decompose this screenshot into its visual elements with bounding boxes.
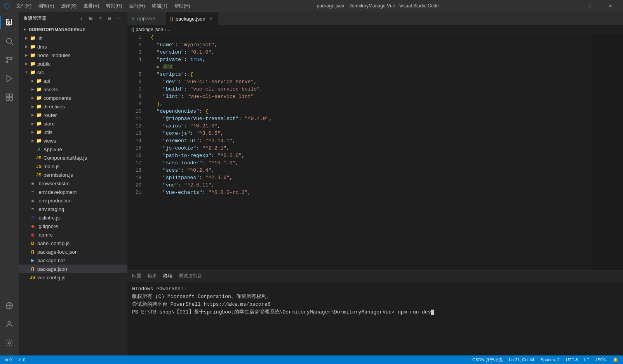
folder-arrow-icon: ▶ bbox=[30, 78, 36, 84]
svg-rect-3 bbox=[11, 19, 12, 25]
menu-goto[interactable]: 转到(G) bbox=[103, 2, 125, 10]
file-icon-vue: V bbox=[36, 146, 42, 152]
sidebar-header: 资源管理器 + ⊞ ↺ ⊟ ··· bbox=[19, 12, 127, 25]
status-notifications[interactable]: 🔔 bbox=[611, 357, 620, 362]
sidebar: 资源管理器 + ⊞ ↺ ⊟ ··· ▼DORMITORYMANAGERVUE ▶… bbox=[19, 12, 127, 355]
activity-account[interactable] bbox=[0, 315, 19, 334]
tree-item-dms[interactable]: ▶ 📁 dms bbox=[19, 42, 127, 51]
breadcrumb-file: {} package.json bbox=[131, 27, 163, 32]
tree-item-node_modules[interactable]: ▶ 📁 node_modules bbox=[19, 51, 127, 59]
terminal-tab-output[interactable]: 输出 bbox=[148, 271, 157, 281]
tree-item-browserslistrc[interactable]: ≡ .browserslistrc bbox=[19, 179, 127, 188]
folder-arrow-icon: ▶ bbox=[30, 86, 36, 92]
tree-item-eslintrc.js[interactable]: ⊙ .eslintrc.js bbox=[19, 213, 127, 222]
tab-app-vue[interactable]: V App.vue bbox=[127, 12, 166, 25]
tree-item-lh[interactable]: ▶ 📁 .lh bbox=[19, 34, 127, 42]
status-position[interactable]: Ln 21, Col 44 bbox=[507, 357, 536, 362]
menu-edit[interactable]: 编辑(E) bbox=[35, 2, 57, 10]
activity-extensions[interactable] bbox=[0, 88, 19, 106]
menu-terminal[interactable]: 终端(T) bbox=[149, 2, 170, 10]
activity-explorer[interactable]: ⎘ bbox=[0, 13, 19, 32]
tree-label: .browserslistrc bbox=[37, 181, 70, 186]
tree-item-App.vue[interactable]: V App.vue bbox=[19, 145, 127, 153]
activity-run-debug[interactable] bbox=[0, 69, 19, 88]
tab-package-json[interactable]: {} package.json ✕ bbox=[166, 12, 218, 25]
terminal-tab-debug[interactable]: 调试控制台 bbox=[179, 271, 202, 281]
window-controls: ─ □ ✕ bbox=[562, 0, 619, 12]
tree-item-main.js[interactable]: JS main.js bbox=[19, 162, 127, 171]
terminal-tab-terminal[interactable]: 终端 bbox=[163, 271, 172, 281]
minimize-button[interactable]: ─ bbox=[562, 0, 580, 12]
status-spaces[interactable]: Spaces: 2 bbox=[539, 357, 561, 362]
tree-item-directives[interactable]: ▶ 📁 directives bbox=[19, 102, 127, 111]
status-csdn[interactable]: CSDN @宁小流 bbox=[471, 357, 504, 363]
activity-search[interactable] bbox=[0, 32, 19, 51]
menu-help[interactable]: 帮助(H) bbox=[171, 2, 193, 10]
tab-icon-vue: V bbox=[131, 16, 134, 21]
tree-item-src[interactable]: ▼ 📁 src bbox=[19, 68, 127, 77]
activity-source-control[interactable] bbox=[0, 51, 19, 69]
status-eol[interactable]: LF bbox=[583, 357, 591, 362]
tab-close-button[interactable]: ✕ bbox=[208, 16, 214, 22]
tree-item-assets[interactable]: ▶ 📁 assets bbox=[19, 85, 127, 94]
tree-item-env.production[interactable]: ≡ .env.production bbox=[19, 196, 127, 205]
status-language[interactable]: JSON bbox=[594, 357, 608, 362]
svg-point-16 bbox=[8, 322, 10, 324]
terminal-content[interactable]: Windows PowerShell版权所有 (C) Microsoft Cor… bbox=[127, 282, 623, 355]
svg-point-7 bbox=[7, 57, 8, 59]
status-right: CSDN @宁小流 Ln 21, Col 44 Spaces: 2 UTF-8 … bbox=[471, 357, 620, 363]
menu-run[interactable]: 运行(R) bbox=[126, 2, 148, 10]
terminal-tab-problems[interactable]: 问题 bbox=[132, 271, 141, 281]
menu-view[interactable]: 查看(V) bbox=[80, 2, 102, 10]
close-button[interactable]: ✕ bbox=[601, 0, 619, 12]
tree-item-views[interactable]: ▶ 📁 views bbox=[19, 136, 127, 145]
code-content[interactable]: 123456789101112131415161718192021{ "name… bbox=[127, 34, 592, 270]
folder-arrow-icon: ▶ bbox=[23, 44, 30, 50]
svg-text:⎘: ⎘ bbox=[6, 19, 10, 26]
menu-file[interactable]: 文件(F) bbox=[13, 2, 35, 10]
folder-icon: 📁 bbox=[30, 35, 36, 41]
file-icon-json: {} bbox=[30, 266, 36, 272]
collapse-all-icon[interactable]: ⊟ bbox=[106, 15, 113, 23]
tree-item-npmrc[interactable]: ◉ .npmrc bbox=[19, 230, 127, 239]
tree-label: .eslintrc.js bbox=[37, 215, 60, 221]
tree-item-vue.config.js[interactable]: JS vue.config.js bbox=[19, 273, 127, 282]
tree-item-store[interactable]: ▶ 📁 store bbox=[19, 119, 127, 128]
status-encoding[interactable]: UTF-8 bbox=[564, 357, 579, 362]
line-number: 19 bbox=[131, 174, 148, 181]
tree-item-package.json[interactable]: {} package.json bbox=[19, 265, 127, 273]
code-line: "axios": "^0.21.0", bbox=[151, 122, 592, 130]
status-left: ⊗ 0 ⚠ 0 bbox=[3, 357, 27, 362]
tree-item-permission.js[interactable]: JS permission.js bbox=[19, 171, 127, 179]
activity-remote[interactable] bbox=[0, 296, 19, 315]
tree-item-package-lock.json[interactable]: {} package-lock.json bbox=[19, 247, 127, 256]
menu-select[interactable]: 选择(S) bbox=[58, 2, 80, 10]
activity-bar: ⎘ bbox=[0, 12, 19, 355]
tree-item-components[interactable]: ▶ 📁 components bbox=[19, 94, 127, 102]
tree-item-utils[interactable]: ▶ 📁 utils bbox=[19, 128, 127, 136]
status-warnings[interactable]: ⚠ 0 bbox=[16, 357, 27, 362]
tree-item-ComponentsMap.js[interactable]: JS ComponentsMap.js bbox=[19, 153, 127, 162]
tree-item-env.staging[interactable]: ≡ .env.staging bbox=[19, 205, 127, 213]
tree-item-package.bat[interactable]: ▶ package.bat bbox=[19, 256, 127, 265]
tree-item-router[interactable]: ▶ 📁 router bbox=[19, 111, 127, 119]
tree-item-env.development[interactable]: ≡ .env.development bbox=[19, 188, 127, 196]
folder-icon: 📁 bbox=[30, 61, 36, 67]
main-container: ⎘ 资源管理器 bbox=[0, 12, 623, 355]
svg-point-17 bbox=[8, 342, 10, 344]
activity-settings[interactable] bbox=[0, 334, 19, 352]
tree-item-gitignore[interactable]: ◈ .gitignore bbox=[19, 222, 127, 230]
tree-label: App.vue bbox=[44, 146, 62, 152]
tree-label: .env.staging bbox=[37, 206, 64, 212]
tree-item-api[interactable]: ▶ 📁 api bbox=[19, 77, 127, 85]
file-icon-text: ≡ bbox=[30, 189, 36, 195]
maximize-button[interactable]: □ bbox=[582, 0, 600, 12]
tree-item-babel.config.js[interactable]: B babel.config.js bbox=[19, 239, 127, 247]
new-folder-icon[interactable]: ⊞ bbox=[87, 15, 95, 23]
status-errors[interactable]: ⊗ 0 bbox=[3, 357, 13, 362]
more-actions-icon[interactable]: ··· bbox=[115, 15, 123, 23]
tree-item-root[interactable]: ▼DORMITORYMANAGERVUE bbox=[19, 25, 127, 34]
refresh-icon[interactable]: ↺ bbox=[96, 15, 104, 23]
tree-item-public[interactable]: ▶ 📁 public bbox=[19, 59, 127, 68]
new-file-icon[interactable]: + bbox=[78, 15, 85, 23]
